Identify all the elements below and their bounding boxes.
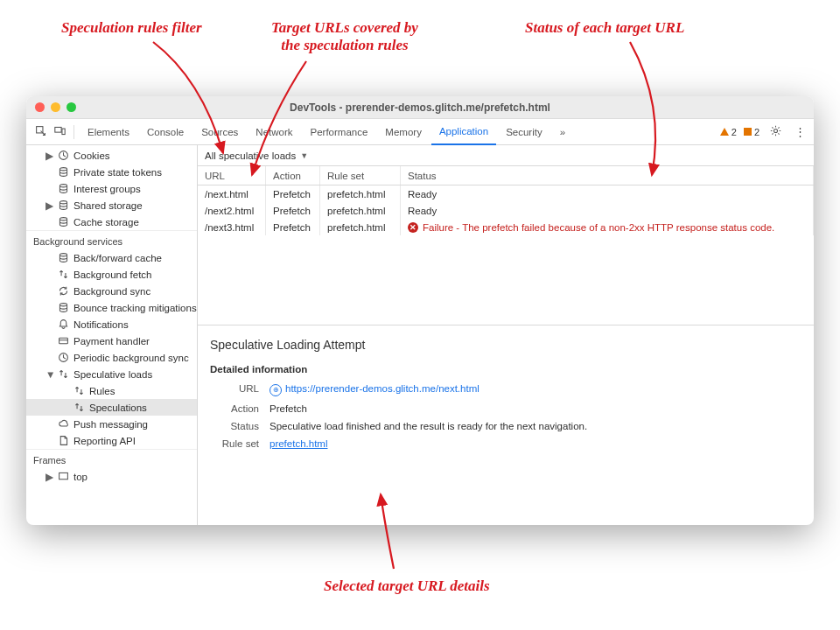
sidebar-item-label: Speculative loads bbox=[74, 369, 152, 380]
sidebar-item[interactable]: ▶Shared storage bbox=[26, 197, 197, 214]
tab-memory[interactable]: Memory bbox=[377, 119, 430, 145]
db-icon bbox=[57, 302, 69, 313]
sidebar-item[interactable]: ▶top bbox=[26, 468, 197, 485]
updown-icon bbox=[73, 402, 85, 413]
sidebar-item-label: Cache storage bbox=[74, 217, 139, 228]
sidebar-item[interactable]: Periodic background sync bbox=[26, 349, 197, 366]
header-status[interactable]: Status bbox=[401, 166, 814, 185]
tab-network[interactable]: Network bbox=[248, 119, 300, 145]
toolbar-separator bbox=[74, 125, 74, 139]
clock-icon bbox=[57, 150, 69, 161]
svg-rect-11 bbox=[59, 338, 67, 344]
more-icon[interactable]: ⋮ bbox=[791, 125, 808, 138]
devtools-toolbar: Elements Console Sources Network Perform… bbox=[26, 119, 814, 145]
cell-ruleset: prefetch.html bbox=[320, 202, 401, 219]
cell-action: Prefetch bbox=[266, 202, 320, 219]
sidebar-item[interactable]: ▶Cookies bbox=[26, 147, 197, 164]
sidebar-item-label: Notifications bbox=[74, 319, 129, 330]
table-row[interactable]: /next2.htmlPrefetchprefetch.htmlReady bbox=[198, 202, 814, 219]
detail-panel: Speculative Loading Attempt Detailed inf… bbox=[198, 326, 814, 525]
tab-performance[interactable]: Performance bbox=[303, 119, 376, 145]
sidebar-item-label: Push messaging bbox=[74, 419, 148, 430]
messages-count: 2 bbox=[754, 127, 760, 137]
sidebar-header: Frames bbox=[26, 449, 197, 468]
svg-rect-1 bbox=[54, 127, 60, 132]
inspect-icon[interactable] bbox=[32, 125, 49, 139]
sidebar-item-label: Interest groups bbox=[74, 184, 141, 194]
sidebar-item[interactable]: ▼Speculative loads bbox=[26, 366, 197, 382]
db-icon bbox=[57, 216, 69, 228]
sidebar-item[interactable]: Speculations bbox=[26, 399, 197, 416]
grid-header: URL Action Rule set Status bbox=[198, 166, 814, 186]
cell-url: /next2.html bbox=[198, 202, 266, 219]
db-icon bbox=[57, 166, 69, 178]
detail-url-link[interactable]: https://prerender-demos.glitch.me/next.h… bbox=[285, 383, 480, 394]
filter-label: All speculative loads bbox=[205, 150, 296, 161]
speculation-filter[interactable]: All speculative loads ▼ bbox=[198, 145, 814, 166]
sidebar-item[interactable]: Bounce tracking mitigations bbox=[26, 299, 197, 316]
device-toggle-icon[interactable] bbox=[51, 125, 68, 139]
sidebar-item[interactable]: Reporting API bbox=[26, 432, 197, 449]
svg-point-3 bbox=[774, 129, 777, 132]
db-icon bbox=[57, 200, 69, 211]
globe-icon: ⊕ bbox=[270, 384, 282, 396]
sidebar-item[interactable]: Background sync bbox=[26, 283, 197, 299]
tab-console[interactable]: Console bbox=[139, 119, 192, 145]
settings-icon[interactable] bbox=[766, 125, 784, 139]
tree-arrow-icon: ▼ bbox=[46, 369, 52, 380]
detail-ruleset-label: Rule set bbox=[210, 438, 259, 449]
detail-status-value: Speculative load finished and the result… bbox=[270, 421, 802, 431]
detail-title: Speculative Loading Attempt bbox=[210, 338, 802, 352]
table-row[interactable]: /next3.htmlPrefetchprefetch.html✕Failure… bbox=[198, 219, 814, 235]
tab-security[interactable]: Security bbox=[498, 119, 550, 145]
tab-application[interactable]: Application bbox=[431, 119, 496, 145]
header-ruleset[interactable]: Rule set bbox=[320, 166, 401, 185]
sidebar-item-label: Background fetch bbox=[74, 270, 152, 280]
sidebar: ▶CookiesPrivate state tokensInterest gro… bbox=[26, 145, 198, 525]
devtools-window: DevTools - prerender-demos.glitch.me/pre… bbox=[26, 96, 814, 525]
tab-overflow[interactable]: » bbox=[552, 119, 573, 145]
sidebar-item[interactable]: Private state tokens bbox=[26, 164, 197, 180]
sidebar-item-label: Background sync bbox=[74, 286, 150, 297]
sidebar-item[interactable]: Cache storage bbox=[26, 214, 197, 230]
detail-ruleset-link[interactable]: prefetch.html bbox=[270, 438, 327, 449]
error-icon: ✕ bbox=[408, 222, 418, 233]
detail-action-value: Prefetch bbox=[270, 403, 802, 414]
header-action[interactable]: Action bbox=[266, 166, 320, 185]
annotation-urls: Target URLs covered by the speculation r… bbox=[271, 19, 418, 55]
status-text: Ready bbox=[401, 186, 814, 202]
annotation-filter: Speculation rules filter bbox=[61, 19, 202, 37]
svg-point-7 bbox=[60, 201, 66, 204]
db-icon bbox=[57, 183, 69, 194]
sidebar-item[interactable]: Back/forward cache bbox=[26, 249, 197, 266]
status-text: Ready bbox=[401, 202, 814, 219]
cell-ruleset: prefetch.html bbox=[320, 219, 401, 235]
sidebar-item-label: Speculations bbox=[89, 402, 147, 413]
sidebar-item[interactable]: Notifications bbox=[26, 316, 197, 332]
sidebar-item[interactable]: Push messaging bbox=[26, 416, 197, 432]
sidebar-item[interactable]: Interest groups bbox=[26, 180, 197, 197]
sidebar-item[interactable]: Background fetch bbox=[26, 266, 197, 283]
detail-section: Detailed information bbox=[210, 364, 802, 374]
main-panel: All speculative loads ▼ URL Action Rule … bbox=[198, 145, 814, 525]
svg-point-8 bbox=[60, 218, 66, 220]
sidebar-item-label: top bbox=[74, 472, 88, 482]
table-row[interactable]: /next.htmlPrefetchprefetch.htmlReady bbox=[198, 186, 814, 202]
svg-point-9 bbox=[60, 254, 66, 256]
tab-elements[interactable]: Elements bbox=[80, 119, 137, 145]
tree-arrow-icon: ▶ bbox=[46, 150, 52, 162]
cell-url: /next.html bbox=[198, 186, 266, 202]
warnings-badge[interactable]: 2 bbox=[720, 127, 737, 137]
messages-badge[interactable]: 2 bbox=[744, 127, 760, 137]
updown-icon bbox=[73, 385, 85, 396]
svg-rect-2 bbox=[61, 129, 64, 135]
sidebar-item[interactable]: Payment handler bbox=[26, 332, 197, 349]
tab-sources[interactable]: Sources bbox=[193, 119, 246, 145]
sidebar-item-label: Reporting API bbox=[74, 436, 136, 446]
bell-icon bbox=[57, 318, 69, 330]
doc-icon bbox=[57, 435, 69, 446]
header-url[interactable]: URL bbox=[198, 166, 266, 185]
detail-action-label: Action bbox=[210, 403, 259, 414]
sidebar-item[interactable]: Rules bbox=[26, 382, 197, 399]
chevron-down-icon: ▼ bbox=[300, 151, 308, 160]
